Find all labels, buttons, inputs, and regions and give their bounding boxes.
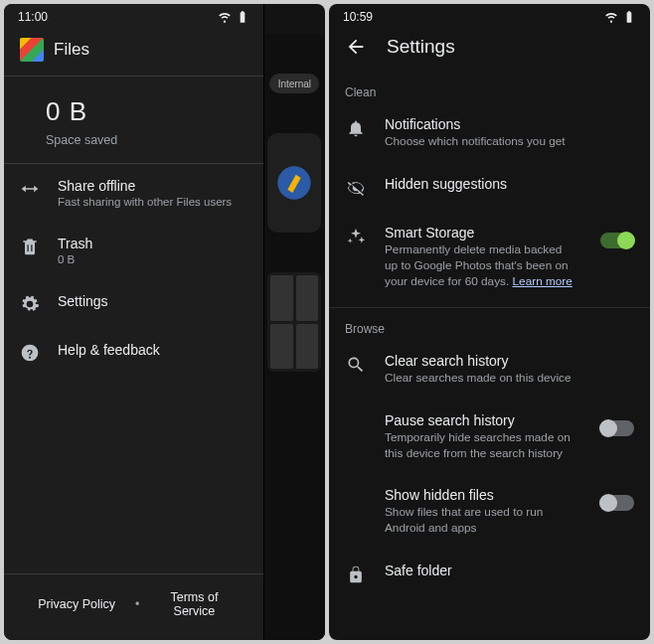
setting-title: Safe folder: [385, 563, 628, 578]
brush-icon: [274, 163, 314, 203]
space-saved-value: 0 B: [46, 96, 247, 127]
section-clean-label: Clean: [329, 76, 650, 103]
smart-storage-toggle[interactable]: [600, 233, 634, 248]
show-hidden-toggle[interactable]: [600, 495, 634, 511]
help-icon: [20, 343, 40, 363]
status-time: 11:00: [18, 10, 48, 24]
footer-separator: •: [135, 597, 139, 611]
files-logo-icon: [20, 38, 44, 62]
eye-off-icon: [345, 177, 367, 199]
setting-show-hidden-files[interactable]: Show hidden files Show files that are us…: [329, 474, 650, 550]
drawer-header: Files: [4, 28, 263, 77]
setting-smart-storage[interactable]: Smart Storage Permanently delete media b…: [329, 212, 650, 303]
menu-share-offline[interactable]: Share offline Fast sharing with other Fi…: [4, 164, 263, 222]
setting-safe-folder[interactable]: Safe folder: [329, 550, 650, 598]
learn-more-link[interactable]: Learn more: [513, 274, 572, 288]
phone-settings: 10:59 Settings Clean Notifications Choos…: [329, 4, 650, 640]
pause-search-toggle[interactable]: [600, 420, 634, 436]
drawer-footer: Privacy Policy • Terms of Service: [4, 573, 263, 640]
wifi-icon: [604, 10, 618, 24]
storage-chip-internal[interactable]: Internal: [269, 74, 319, 93]
setting-title: Clear search history: [385, 353, 628, 369]
setting-subtitle: Permanently delete media backed up to Go…: [385, 242, 576, 290]
battery-icon: [622, 10, 636, 24]
menu-item-label: Share offline: [58, 178, 232, 194]
status-bar: 10:59: [329, 4, 650, 28]
search-icon: [345, 354, 367, 376]
setting-title: Show hidden files: [385, 487, 576, 503]
back-arrow-icon[interactable]: [345, 36, 367, 58]
phone-files-drawer: Internal 11:00 Files 0 B Space saved: [4, 4, 325, 640]
sparkle-icon: [345, 226, 367, 247]
setting-subtitle: Temporarily hide searches made on this d…: [385, 430, 576, 462]
menu-item-label: Help & feedback: [58, 342, 160, 358]
battery-icon: [236, 10, 249, 24]
space-saved-label: Space saved: [46, 133, 247, 147]
setting-title: Notifications: [385, 116, 628, 132]
menu-trash[interactable]: Trash 0 B: [4, 222, 263, 279]
space-saved-block: 0 B Space saved: [4, 77, 263, 164]
menu-item-sublabel: Fast sharing with other Files users: [58, 196, 232, 208]
bell-icon: [345, 117, 367, 139]
page-title: Settings: [387, 36, 455, 58]
section-browse-label: Browse: [329, 312, 650, 340]
terms-of-service-link[interactable]: Terms of Service: [159, 590, 229, 618]
setting-hidden-suggestions[interactable]: Hidden suggestions: [329, 163, 650, 212]
section-divider: [329, 307, 650, 308]
setting-clear-search-history[interactable]: Clear search history Clear searches made…: [329, 340, 650, 400]
settings-list[interactable]: Clean Notifications Choose which notific…: [329, 76, 650, 640]
setting-subtitle: Choose which notifications you get: [385, 134, 628, 150]
lock-icon: [345, 564, 367, 585]
clean-card[interactable]: [267, 133, 321, 233]
menu-item-label: Trash: [58, 236, 92, 251]
gear-icon: [20, 294, 40, 314]
setting-title: Smart Storage: [385, 225, 576, 241]
navigation-drawer: 11:00 Files 0 B Space saved Share offlin…: [4, 4, 264, 640]
setting-subtitle: Clear searches made on this device: [385, 371, 628, 387]
wifi-icon: [218, 10, 232, 24]
menu-item-sublabel: 0 B: [58, 253, 92, 265]
app-title: Files: [54, 40, 89, 60]
setting-subtitle: Show files that are used to run Android …: [385, 505, 576, 537]
setting-title: Pause search history: [385, 412, 576, 428]
status-bar: 11:00: [4, 4, 263, 28]
menu-settings[interactable]: Settings: [4, 279, 263, 328]
trash-icon: [20, 237, 40, 256]
setting-pause-search-history[interactable]: Pause search history Temporarily hide se…: [329, 400, 650, 475]
backdrop-content: Internal: [264, 34, 325, 640]
status-time: 10:59: [343, 10, 373, 24]
setting-notifications[interactable]: Notifications Choose which notifications…: [329, 103, 650, 163]
recent-thumbnails[interactable]: [267, 272, 321, 372]
settings-header: Settings: [329, 28, 650, 76]
menu-item-label: Settings: [58, 293, 108, 309]
privacy-policy-link[interactable]: Privacy Policy: [38, 597, 115, 611]
share-icon: [20, 179, 40, 199]
menu-help-feedback[interactable]: Help & feedback: [4, 328, 263, 377]
setting-title: Hidden suggestions: [385, 176, 628, 192]
